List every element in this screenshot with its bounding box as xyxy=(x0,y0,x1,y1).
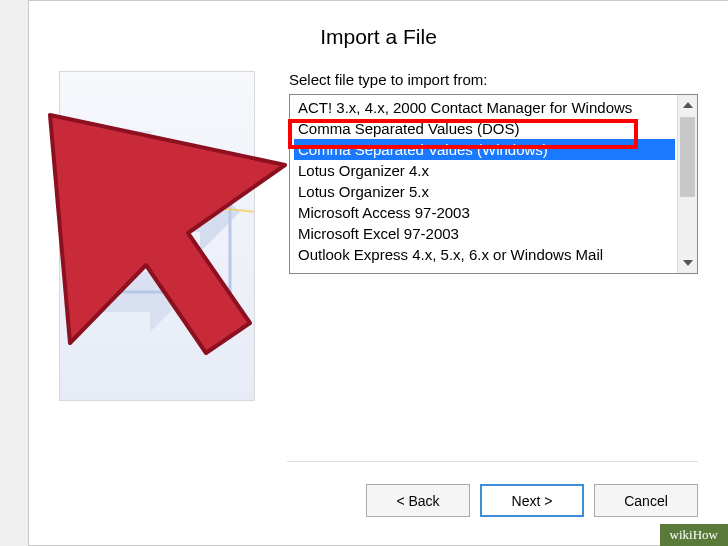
left-panel xyxy=(59,71,255,401)
back-button[interactable]: < Back xyxy=(366,484,470,517)
svg-rect-0 xyxy=(60,72,255,401)
list-content: ACT! 3.x, 4.x, 2000 Contact Manager for … xyxy=(294,97,675,265)
decorative-image xyxy=(59,71,255,401)
scroll-down-arrow[interactable] xyxy=(678,253,697,273)
dialog-title: Import a File xyxy=(29,1,728,71)
file-type-listbox[interactable]: ACT! 3.x, 4.x, 2000 Contact Manager for … xyxy=(289,94,698,274)
import-file-dialog: Import a File xyxy=(28,0,728,546)
scroll-up-arrow[interactable] xyxy=(678,95,697,115)
list-item[interactable]: Lotus Organizer 5.x xyxy=(294,181,675,202)
list-item[interactable]: Lotus Organizer 4.x xyxy=(294,160,675,181)
right-panel: Select file type to import from: ACT! 3.… xyxy=(289,71,698,401)
scrollbar[interactable] xyxy=(677,95,697,273)
list-item[interactable]: Outlook Express 4.x, 5.x, 6.x or Windows… xyxy=(294,244,675,265)
list-item-selected[interactable]: Comma Separated Values (Windows) xyxy=(294,139,675,160)
next-button[interactable]: Next > xyxy=(480,484,584,517)
cancel-button[interactable]: Cancel xyxy=(594,484,698,517)
list-item[interactable]: ACT! 3.x, 4.x, 2000 Contact Manager for … xyxy=(294,97,675,118)
watermark: wikiHow xyxy=(660,524,728,546)
scroll-thumb[interactable] xyxy=(680,117,695,197)
dialog-content: Select file type to import from: ACT! 3.… xyxy=(29,71,728,401)
list-item[interactable]: Microsoft Excel 97-2003 xyxy=(294,223,675,244)
list-item[interactable]: Microsoft Access 97-2003 xyxy=(294,202,675,223)
file-type-label: Select file type to import from: xyxy=(289,71,698,88)
list-item[interactable]: Comma Separated Values (DOS) xyxy=(294,118,675,139)
button-row: < Back Next > Cancel xyxy=(287,461,698,517)
